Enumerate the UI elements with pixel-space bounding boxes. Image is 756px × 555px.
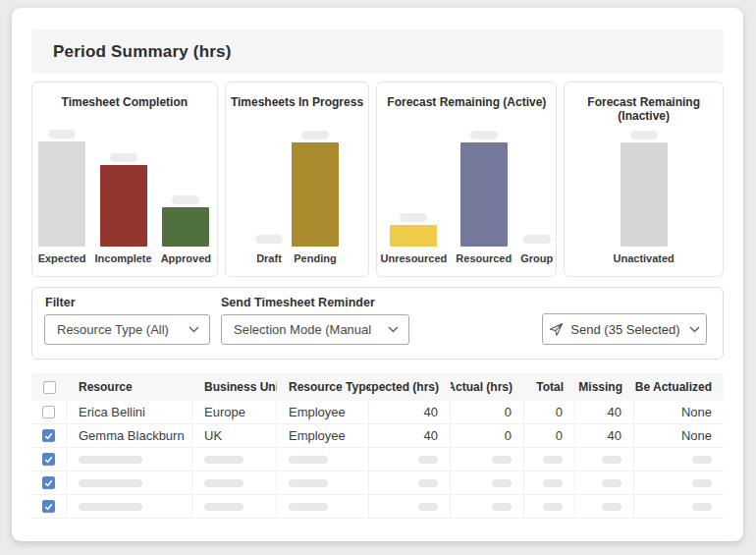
text-placeholder [204,503,243,511]
resource-table: Resource Business Unit Resource Type Exp… [31,373,724,519]
cell-to-be-actualized: None [634,401,724,423]
cell-missing: 40 [575,401,634,423]
bar-incomplete [100,165,147,247]
text-placeholder [418,503,438,511]
bar-group-draft: Draft [255,235,283,265]
bar-resourced [460,142,508,247]
cell-skeleton [524,472,575,494]
text-placeholder [289,479,328,487]
chart-title: Timesheet Completion [36,95,213,109]
cell-missing: 40 [575,424,634,447]
cell-skeleton [369,472,451,494]
value-placeholder [470,131,498,139]
bar-approved [162,207,209,247]
cell-skeleton [451,472,524,494]
chart-plot-area: Draft Pending [230,109,365,265]
table-row-skeleton [31,448,724,472]
cell-total: 0 [524,401,575,423]
chevron-down-icon [388,326,399,333]
row-checkbox[interactable] [42,406,55,418]
chart-timesheet-completion: Timesheet Completion Expected Incomplete… [31,82,218,277]
panel-header: Period Summary (hrs) [31,29,724,74]
text-placeholder [492,503,512,511]
cell-skeleton [369,448,451,471]
value-placeholder [301,131,329,139]
selection-mode-dropdown[interactable]: Selection Mode (Manual [221,314,409,345]
bar-label: Pending [294,251,336,265]
bar-label: Resourced [456,251,512,265]
text-placeholder [602,479,621,487]
cell-business-unit: Europe [192,401,277,423]
send-reminder-button[interactable]: Send (35 Selected) [542,313,707,345]
header-cell-total: Total [524,373,575,401]
bar-label: Group [520,251,553,265]
text-placeholder [79,503,142,511]
text-placeholder [692,456,712,464]
header-cell-missing: Missing [575,373,634,401]
text-placeholder [204,456,243,464]
selection-mode-dropdown-value: Selection Mode (Manual [234,322,371,337]
chevron-down-icon [689,326,700,333]
text-placeholder [492,479,512,487]
table-header-row: Resource Business Unit Resource Type Exp… [31,373,724,401]
table-row-skeleton [31,472,724,495]
value-placeholder [48,130,76,139]
cell-total: 0 [524,424,575,447]
page-title: Period Summary (hrs) [53,42,232,62]
cell-actual: 0 [451,401,524,423]
send-button-label: Send (35 Selected) [570,322,679,337]
cell-skeleton [277,448,369,471]
cell-skeleton [369,495,451,518]
value-placeholder [523,235,551,244]
text-placeholder [79,479,142,487]
value-placeholder [110,153,137,162]
text-placeholder [692,479,712,487]
bar-label: Approved [161,251,211,265]
cell-skeleton [575,472,634,494]
bar-group-expected: Expected [38,130,86,265]
resource-type-dropdown[interactable]: Resource Type (All) [44,314,210,345]
cell-skeleton [67,472,192,494]
select-all-checkbox[interactable] [43,381,56,394]
bar-label: Expected [38,251,86,265]
cell-actual: 0 [451,424,524,447]
bar-pending [292,142,339,247]
cell-skeleton [451,448,524,471]
cell-skeleton [634,495,724,518]
row-checkbox[interactable] [42,429,55,442]
filter-toolbar: Filter Send Timesheet Reminder Resource … [31,287,724,360]
table-row-skeleton [31,495,724,519]
bar-label: Incomplete [95,251,152,265]
header-cell-resource: Resource [67,373,192,401]
chart-forecast-remaining-inactive: Forecast Remaining (Inactive) Unactivate… [564,82,724,277]
value-placeholder [400,213,427,222]
chevron-down-icon [189,326,199,333]
text-placeholder [543,503,563,511]
chart-forecast-remaining-active: Forecast Remaining (Active) Unresourced … [376,82,557,277]
row-checkbox[interactable] [42,453,55,466]
send-icon [549,322,564,337]
cell-skeleton [524,448,575,471]
table-row: Erica Bellini Europe Employee 40 0 0 40 … [31,401,724,424]
chart-plot-area: Unresourced Resourced Group [381,109,552,265]
chart-plot-area: Expected Incomplete Approved [36,109,213,265]
cell-business-unit: UK [192,424,277,447]
row-checkbox[interactable] [42,476,55,489]
cell-resource-type: Employee [277,424,369,447]
chart-timesheets-in-progress: Timesheets In Progress Draft Pending [225,82,370,277]
cell-skeleton [575,448,634,471]
header-cell-actual: Actual (hrs) [451,373,524,401]
header-cell-expected: Expected (hrs) [369,373,451,401]
header-cell-business-unit: Business Unit [192,373,277,401]
row-checkbox[interactable] [42,500,55,513]
bar-group-incomplete: Incomplete [95,153,152,265]
text-placeholder [79,456,142,464]
cell-expected: 40 [369,424,451,447]
text-placeholder [492,456,512,464]
summary-charts-row: Timesheet Completion Expected Incomplete… [31,82,724,277]
text-placeholder [289,503,328,511]
value-placeholder [255,235,283,244]
bar-group-unresourced: Unresourced [380,213,447,265]
text-placeholder [204,479,243,487]
cell-expected: 40 [369,401,451,423]
